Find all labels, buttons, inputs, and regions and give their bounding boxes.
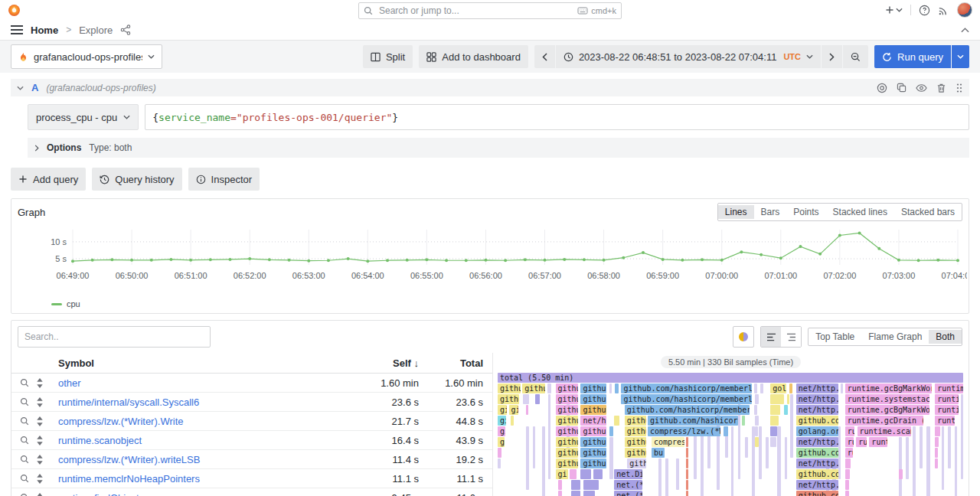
flame-block[interactable]: [745, 437, 748, 458]
collapse-chevron-icon[interactable]: [17, 86, 24, 90]
flame-frame-sliver[interactable]: [547, 383, 550, 393]
query-history-button[interactable]: Query history: [92, 168, 181, 191]
radio-option-lines[interactable]: Lines: [718, 205, 754, 219]
symbol-link[interactable]: runtime.scanobject: [58, 435, 348, 446]
radio-option-top-table[interactable]: Top Table: [808, 330, 861, 344]
flame-frame-sliver[interactable]: [899, 469, 903, 479]
flame-frame-sliver[interactable]: [615, 383, 619, 393]
flame-frame-sliver[interactable]: [770, 437, 776, 447]
flame-frame[interactable]: github.: [498, 394, 519, 404]
search-symbol-icon[interactable]: [20, 493, 29, 496]
flame-frame-sliver[interactable]: [686, 458, 688, 468]
time-back-button[interactable]: [534, 45, 555, 68]
column-self[interactable]: Self ↓: [348, 357, 419, 369]
flame-frame[interactable]: githu: [522, 383, 544, 393]
flame-frame-sliver[interactable]: [755, 394, 759, 404]
flame-block[interactable]: [948, 426, 951, 468]
flame-frame[interactable]: net.Di: [614, 469, 642, 479]
flame-frame[interactable]: runtime.gcBgMarkWorke: [845, 383, 932, 393]
flame-frame[interactable]: github.com/hashicorp/memberlist.(*: [621, 383, 752, 393]
flame-frame[interactable]: githu: [556, 416, 578, 426]
symbol-link[interactable]: runtime/internal/syscall.Syscall6: [58, 396, 348, 408]
search-symbol-icon[interactable]: [20, 436, 29, 445]
breadcrumb-home[interactable]: Home: [31, 24, 58, 36]
flame-block[interactable]: [906, 437, 909, 479]
flame-frame[interactable]: githu: [580, 405, 606, 415]
flame-frame[interactable]: github.com/c: [796, 448, 838, 458]
flame-frame-sliver[interactable]: [523, 394, 529, 404]
flame-block[interactable]: [961, 394, 964, 479]
flame-block[interactable]: [920, 426, 923, 468]
share-icon[interactable]: [120, 24, 131, 35]
radio-option-both[interactable]: Both: [929, 330, 962, 344]
flame-frame-sliver[interactable]: [789, 383, 792, 393]
flame-frame[interactable]: runt;: [935, 416, 955, 426]
search-symbol-icon[interactable]: [20, 397, 29, 407]
flame-block[interactable]: [899, 437, 902, 496]
run-query-dropdown[interactable]: [952, 45, 969, 68]
flame-frame-sliver[interactable]: [845, 491, 849, 496]
flame-frame-sliver[interactable]: [609, 383, 612, 393]
grafana-logo[interactable]: [8, 4, 21, 17]
profile-type-picker[interactable]: process_cpu - cpu: [28, 104, 139, 130]
radio-option-stacked-bars[interactable]: Stacked bars: [894, 205, 962, 219]
flame-block[interactable]: [542, 426, 545, 496]
flame-frame-sliver[interactable]: [724, 426, 728, 436]
column-total[interactable]: Total: [419, 357, 492, 369]
radio-option-flame-graph[interactable]: Flame Graph: [861, 330, 929, 344]
sandwich-view-icon[interactable]: [36, 455, 44, 465]
run-query-button[interactable]: Run query: [874, 45, 951, 68]
flame-frame[interactable]: runtime.systemstack (: [845, 394, 929, 404]
flame-frame-sliver[interactable]: [755, 437, 759, 447]
new-menu-button[interactable]: [885, 5, 903, 15]
flame-frame[interactable]: githu: [580, 394, 606, 404]
flame-frame[interactable]: net/http.Han: [796, 405, 838, 415]
flame-frame-sliver[interactable]: [558, 491, 562, 496]
flame-frame[interactable]: git: [498, 426, 505, 436]
flame-frame-sliver[interactable]: [526, 405, 529, 415]
flame-frame[interactable]: net.(*: [614, 491, 642, 496]
flame-block[interactable]: [926, 426, 929, 496]
search-symbol-icon[interactable]: [20, 474, 29, 484]
flame-frame-sliver[interactable]: [787, 394, 790, 404]
flame-frame[interactable]: githu: [556, 405, 578, 415]
flame-frame-sliver[interactable]: [845, 469, 850, 479]
flame-frame-sliver[interactable]: [841, 383, 843, 393]
flame-block[interactable]: [838, 426, 841, 479]
flame-frame[interactable]: github.cc: [498, 383, 521, 393]
drag-handle-icon[interactable]: [956, 83, 963, 93]
flame-block[interactable]: [731, 426, 734, 496]
query-expression-input[interactable]: {service_name="profiles-ops-001/querier"…: [145, 104, 969, 130]
flame-frame-sliver[interactable]: [609, 426, 612, 436]
flame-frame[interactable]: golang.org/x: [796, 426, 838, 436]
flame-frame-sliver[interactable]: [686, 480, 688, 490]
flame-frame[interactable]: githu: [580, 448, 606, 458]
symbol-link[interactable]: compress/lzw.(*Writer).Write: [58, 416, 348, 427]
flame-frame[interactable]: github.com/g: [796, 491, 838, 496]
flame-frame-sliver[interactable]: [754, 383, 757, 393]
flame-frame[interactable]: runtime: [935, 383, 963, 393]
sandwich-view-icon[interactable]: [36, 436, 44, 445]
flame-block[interactable]: [942, 426, 945, 490]
flame-frame-sliver[interactable]: [593, 469, 602, 479]
flame-frame[interactable]: net/http.Han: [796, 458, 838, 468]
flame-frame[interactable]: github.c: [625, 437, 646, 447]
flame-frame[interactable]: net/http.Har: [796, 480, 838, 490]
flame-frame-sliver[interactable]: [686, 437, 688, 447]
chevron-up-icon[interactable]: [961, 28, 969, 33]
flame-frame-sliver[interactable]: [845, 480, 849, 490]
sandwich-view-icon[interactable]: [36, 493, 44, 496]
search-symbol-icon[interactable]: [20, 455, 29, 465]
flame-block[interactable]: [913, 426, 916, 496]
user-avatar[interactable]: [957, 2, 972, 18]
flame-block[interactable]: [777, 426, 780, 496]
query-letter[interactable]: A: [31, 82, 38, 93]
flame-frame[interactable]: github.com/hashicorp: [648, 416, 738, 426]
flame-frame-sliver[interactable]: [770, 394, 783, 404]
flame-frame-sliver[interactable]: [784, 405, 788, 415]
flame-frame[interactable]: githu: [580, 458, 606, 468]
record-circle-icon[interactable]: [877, 83, 887, 93]
flame-frame-sliver[interactable]: [935, 426, 939, 436]
flame-block[interactable]: [658, 458, 662, 496]
flame-frame-sliver[interactable]: [535, 394, 540, 404]
